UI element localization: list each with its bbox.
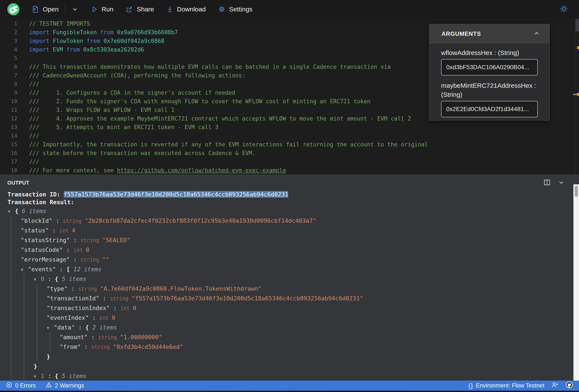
open-button[interactable]: Open bbox=[32, 5, 59, 13]
line-number: 1 bbox=[0, 19, 17, 28]
json-token-val: "" bbox=[102, 256, 109, 263]
run-button[interactable]: Run bbox=[91, 6, 113, 13]
braces-icon: {} bbox=[468, 382, 473, 389]
output-header: OUTPUT bbox=[0, 175, 579, 191]
code-token: /// 2. Funds the signer's COA with enoug… bbox=[29, 98, 370, 105]
download-button-label: Download bbox=[177, 6, 206, 13]
warnings-count-label: 2 Warnings bbox=[55, 382, 84, 389]
output-json-row: "transactionIndex" : int 0 bbox=[0, 303, 579, 313]
code-token: /// bbox=[29, 133, 39, 139]
line-number: 2 bbox=[0, 28, 17, 37]
editor-scrollbar-thumb[interactable] bbox=[576, 19, 579, 31]
json-token-punc: : bbox=[99, 295, 110, 302]
environment-status[interactable]: {} Environment: Flow Testnet bbox=[468, 382, 544, 389]
warning-marker-icon bbox=[577, 46, 579, 49]
output-json-row: "amount" : string "1.00000000" bbox=[0, 332, 579, 342]
tree-guide-line bbox=[50, 332, 50, 352]
warnings-status[interactable]: 2 Warnings bbox=[45, 382, 84, 390]
line-number: 18 bbox=[0, 166, 17, 175]
output-json-row: ▼{ 6 items bbox=[0, 206, 579, 216]
errors-status[interactable]: 0 Errors bbox=[6, 382, 36, 390]
json-token-val: 0 bbox=[112, 314, 115, 321]
code-token: EVM bbox=[53, 46, 63, 53]
play-icon bbox=[91, 6, 98, 13]
output-scrollbar[interactable] bbox=[573, 184, 579, 381]
code-editor[interactable]: 1// TESTNET IMPORTS2import FungibleToken… bbox=[0, 19, 579, 175]
chevron-down-icon bbox=[71, 6, 78, 13]
error-circle-icon bbox=[6, 382, 12, 390]
json-token-type: string bbox=[80, 257, 102, 263]
desktop-wallpaper-strip bbox=[0, 391, 579, 392]
environment-label: Environment: Flow Testnet bbox=[476, 382, 544, 389]
json-token-key: "transactionId" bbox=[47, 295, 99, 302]
transaction-result-label: Transaction Result: bbox=[7, 199, 74, 206]
github-icon[interactable] bbox=[565, 381, 573, 391]
json-token-punc: : bbox=[44, 373, 55, 379]
json-token-punc: : bbox=[44, 276, 55, 282]
json-token-punc: : bbox=[88, 334, 98, 340]
json-token-key: "status" bbox=[21, 227, 49, 234]
argument-label-wflow: wflowAddressHex : (String) bbox=[441, 48, 538, 57]
split-view-icon[interactable] bbox=[543, 178, 551, 187]
theme-toggle-button[interactable] bbox=[559, 4, 569, 14]
code-line: 17/// bbox=[0, 157, 575, 166]
feedback-person-icon[interactable] bbox=[551, 381, 559, 390]
json-token-brace: } bbox=[47, 353, 50, 360]
line-number: 17 bbox=[0, 157, 17, 166]
collapse-triangle-icon[interactable]: ▼ bbox=[21, 265, 28, 275]
collapse-triangle-icon[interactable]: ▼ bbox=[34, 275, 41, 284]
share-button-label: Share bbox=[137, 6, 154, 13]
settings-button[interactable]: Settings bbox=[218, 5, 252, 13]
json-token-val: "1.00000000" bbox=[120, 334, 162, 340]
output-json-row: ▼0 : { 5 items bbox=[0, 274, 579, 284]
output-json-row: "status" : int 4 bbox=[0, 225, 579, 235]
code-text: /// bbox=[17, 157, 39, 166]
output-json-row: "blockId" : string "2b28cbfb87da2cfec4f0… bbox=[0, 216, 579, 225]
json-token-punc: : bbox=[49, 227, 59, 234]
arguments-panel-title: ARGUMENTS bbox=[441, 31, 481, 37]
argument-input-maybemint[interactable] bbox=[441, 101, 538, 117]
code-token: /// Importantly, the transaction is reve… bbox=[29, 141, 428, 148]
transaction-id-value[interactable]: f557a1573b76aa53e73d46f3e10d200d5c18a653… bbox=[64, 191, 288, 198]
code-token: /// For more context, see bbox=[29, 167, 117, 173]
output-json-row: } bbox=[0, 361, 579, 371]
flow-runner-app: Open Run bbox=[0, 0, 579, 391]
arguments-panel-header[interactable]: ARGUMENTS bbox=[430, 24, 549, 44]
json-token-key: "statusCode" bbox=[21, 246, 63, 253]
code-link[interactable]: https://github.com/onflow/batched-evm-ex… bbox=[117, 167, 286, 173]
collapse-triangle-icon[interactable]: ▼ bbox=[8, 207, 15, 217]
output-json-row: ▼"events" : [ 12 items bbox=[0, 264, 579, 274]
editor-scrollbar[interactable] bbox=[575, 19, 579, 175]
code-token: from bbox=[63, 46, 83, 53]
collapse-triangle-icon[interactable]: ▼ bbox=[47, 323, 54, 333]
json-token-punc: : bbox=[68, 285, 78, 292]
transaction-id-label: Transaction ID: bbox=[7, 191, 64, 198]
json-token-type: string bbox=[91, 344, 113, 350]
output-scrollbar-thumb[interactable] bbox=[575, 186, 578, 197]
output-body: Transaction ID: f557a1573b76aa53e73d46f3… bbox=[0, 191, 579, 381]
code-token: 0x8c5303eaa26202d6 bbox=[83, 46, 144, 53]
chevron-up-icon[interactable] bbox=[533, 30, 540, 38]
sun-icon bbox=[559, 10, 569, 14]
collapse-triangle-icon[interactable]: ▼ bbox=[34, 372, 41, 381]
argument-input-wflow[interactable] bbox=[441, 59, 538, 75]
json-token-punc: : bbox=[56, 266, 67, 273]
code-text: /// Importantly, the transaction is reve… bbox=[17, 140, 428, 149]
open-options-chevron[interactable] bbox=[71, 6, 78, 13]
code-text: /// 3. Wraps FLOW as WFLOW - EVM call 1 bbox=[17, 106, 174, 114]
json-token-count: 5 items bbox=[58, 373, 86, 379]
errors-count-label: 0 Errors bbox=[15, 382, 36, 389]
json-token-punc: : bbox=[70, 256, 80, 263]
toolbar-separator bbox=[65, 4, 65, 14]
flow-logo-icon[interactable] bbox=[7, 3, 19, 15]
code-token: /// state before the transaction was exe… bbox=[29, 150, 256, 156]
toolbar: Open Run bbox=[0, 0, 579, 19]
output-json-row: "transactionId" : string "f557a1573b76aa… bbox=[0, 293, 579, 303]
collapse-output-chevron-icon[interactable] bbox=[557, 178, 565, 187]
json-token-type: string bbox=[78, 286, 100, 292]
line-number: 9 bbox=[0, 88, 17, 97]
json-token-key: "type" bbox=[47, 285, 68, 292]
share-button[interactable]: Share bbox=[125, 5, 154, 13]
code-text: /// state before the transaction was exe… bbox=[17, 149, 256, 157]
download-button[interactable]: Download bbox=[166, 6, 206, 13]
